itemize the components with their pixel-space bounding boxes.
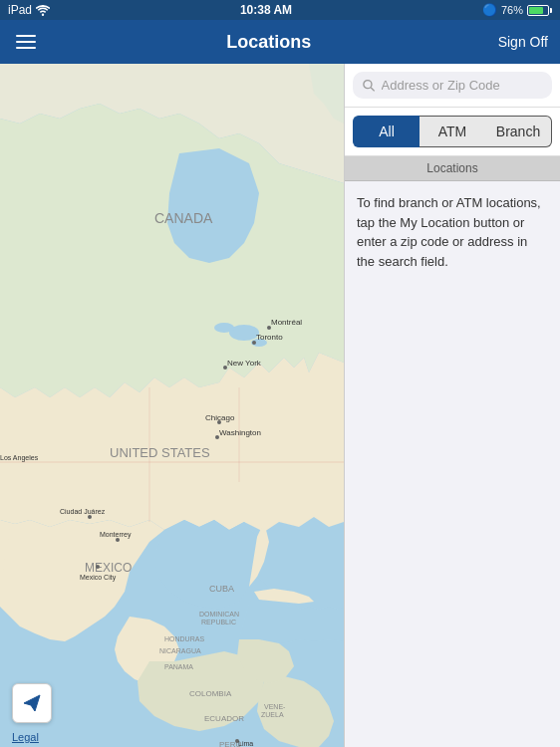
svg-point-40 [364, 80, 372, 88]
carrier-label: iPad [8, 3, 32, 17]
svg-text:ECUADOR: ECUADOR [204, 714, 244, 723]
battery-icon [527, 5, 552, 16]
svg-text:CUBA: CUBA [209, 584, 234, 594]
map-svg: Montréal Toronto Chicago New York Washin… [0, 64, 344, 747]
my-location-button[interactable] [12, 683, 52, 723]
filter-buttons: All ATM Branch [345, 108, 560, 156]
main-layout: Montréal Toronto Chicago New York Washin… [0, 64, 560, 747]
svg-text:COLOMBIA: COLOMBIA [189, 689, 232, 698]
location-arrow-icon [22, 693, 42, 713]
filter-atm-button[interactable]: ATM [420, 116, 485, 147]
svg-text:HONDURAS: HONDURAS [164, 635, 204, 642]
info-text: To find branch or ATM locations, tap the… [345, 181, 560, 283]
menu-button[interactable] [12, 31, 40, 53]
svg-text:UNITED STATES: UNITED STATES [110, 445, 210, 460]
svg-text:Washington: Washington [219, 428, 261, 437]
svg-point-33 [96, 565, 100, 569]
svg-text:Los Angeles: Los Angeles [0, 454, 39, 462]
status-right: 🔵 76% [482, 3, 552, 17]
svg-text:Ciudad Juárez: Ciudad Juárez [60, 508, 106, 515]
search-icon [363, 79, 376, 93]
search-input-wrapper [353, 72, 552, 99]
header: Locations Sign Off [0, 20, 560, 64]
map-area[interactable]: Montréal Toronto Chicago New York Washin… [0, 64, 344, 747]
svg-text:Toronto: Toronto [256, 333, 283, 342]
svg-line-41 [371, 87, 375, 91]
svg-point-35 [116, 538, 120, 542]
search-input[interactable] [382, 78, 542, 93]
filter-all-button[interactable]: All [353, 116, 420, 147]
svg-point-37 [88, 515, 92, 519]
right-panel: All ATM Branch Locations To find branch … [344, 64, 560, 747]
bluetooth-icon: 🔵 [482, 3, 497, 17]
svg-text:ZUELA: ZUELA [261, 711, 284, 718]
wifi-icon [36, 5, 50, 16]
filter-branch-button[interactable]: Branch [485, 116, 552, 147]
svg-point-16 [215, 435, 219, 439]
battery-percent: 76% [501, 4, 523, 16]
svg-text:New York: New York [227, 359, 262, 368]
svg-point-2 [214, 323, 234, 333]
svg-text:CANADA: CANADA [154, 210, 213, 226]
status-bar: iPad 10:38 AM 🔵 76% [0, 0, 560, 20]
svg-text:Mexico City: Mexico City [80, 574, 117, 582]
svg-text:MEXICO: MEXICO [85, 561, 132, 575]
svg-text:NICARAGUA: NICARAGUA [159, 647, 201, 654]
legal-link[interactable]: Legal [12, 731, 39, 743]
svg-text:Lima: Lima [238, 740, 253, 747]
svg-text:PANAMA: PANAMA [164, 663, 193, 670]
svg-text:VENE-: VENE- [264, 703, 286, 710]
status-left: iPad [8, 3, 50, 17]
svg-text:Chicago: Chicago [205, 413, 235, 422]
locations-tab: Locations [345, 156, 560, 181]
svg-text:DOMINICAN: DOMINICAN [199, 611, 239, 618]
status-time: 10:38 AM [240, 3, 292, 17]
sign-off-button[interactable]: Sign Off [498, 34, 548, 50]
svg-text:Montréal: Montréal [271, 318, 302, 327]
search-bar [345, 64, 560, 108]
page-title: Locations [40, 32, 498, 53]
svg-text:REPUBLIC: REPUBLIC [201, 619, 236, 625]
svg-text:Monterrey: Monterrey [100, 531, 132, 539]
hamburger-icon [16, 35, 36, 49]
